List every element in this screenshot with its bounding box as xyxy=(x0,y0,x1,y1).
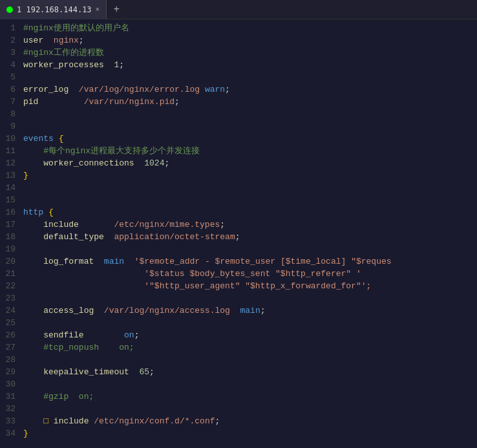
code-line: 20 log_format main '$remote_addr - $remo… xyxy=(0,255,477,268)
code-line: 23 xyxy=(0,292,477,304)
line-number: 34 xyxy=(0,427,23,440)
line-number: 32 xyxy=(0,403,23,415)
line-number: 25 xyxy=(0,317,23,329)
line-number: 33 xyxy=(0,415,23,427)
line-number: 22 xyxy=(0,280,23,292)
code-line: 3#nginx工作的进程数 xyxy=(0,47,477,59)
code-line: 32 xyxy=(0,403,477,415)
line-text: worker_processes 1; xyxy=(23,59,124,71)
line-number: 19 xyxy=(0,243,23,255)
new-tab-button[interactable]: + xyxy=(107,0,126,19)
code-line: 26 sendfile on; xyxy=(0,329,477,341)
code-line: 27 #tcp_nopush on; xyxy=(0,341,477,354)
line-text: #每个nginx进程最大支持多少个并发连接 xyxy=(23,145,200,157)
line-text: user nginx; xyxy=(23,34,84,47)
line-number: 29 xyxy=(0,366,23,378)
line-number: 26 xyxy=(0,329,23,341)
line-text: } xyxy=(23,427,28,440)
tab-active[interactable]: 1 192.168.144.13 × xyxy=(0,0,107,19)
line-text: #nginx使用的默认的用户名 xyxy=(23,22,129,34)
tab-label: 1 192.168.144.13 xyxy=(17,5,92,14)
code-line: 16http { xyxy=(0,206,477,219)
tab-close-button[interactable]: × xyxy=(96,6,100,14)
line-text: worker_connections 1024; xyxy=(23,157,169,169)
line-number: 13 xyxy=(0,169,23,182)
line-number: 24 xyxy=(0,304,23,317)
code-line: 2user nginx; xyxy=(0,34,477,47)
line-text: #nginx工作的进程数 xyxy=(23,47,104,59)
line-number: 6 xyxy=(0,83,23,96)
line-text: include /etc/nginx/mime.types; xyxy=(23,219,225,231)
line-number: 21 xyxy=(0,268,23,280)
line-number: 28 xyxy=(0,354,23,366)
code-line: 24 access_log /var/log/nginx/access.log … xyxy=(0,304,477,317)
code-line: 21 '$status $body_bytes_sent "$http_refe… xyxy=(0,268,477,280)
line-text: sendfile on; xyxy=(23,329,139,341)
code-line: 8 xyxy=(0,108,477,120)
line-number: 15 xyxy=(0,194,23,206)
line-number: 1 xyxy=(0,22,23,34)
line-number: 27 xyxy=(0,341,23,354)
line-text: □ include /etc/nginx/conf.d/*.conf; xyxy=(23,415,220,427)
code-line: 34} xyxy=(0,427,477,440)
line-text: #gzip on; xyxy=(23,390,94,403)
line-number: 20 xyxy=(0,255,23,268)
code-line: 6error_log /var/log/nginx/error.log warn… xyxy=(0,83,477,96)
line-text: log_format main '$remote_addr - $remote_… xyxy=(23,255,392,268)
line-number: 9 xyxy=(0,120,23,133)
code-line: 18 default_type application/octet-stream… xyxy=(0,231,477,243)
editor-area: 1#nginx使用的默认的用户名2user nginx;3#nginx工作的进程… xyxy=(0,19,477,448)
code-line: 7pid /var/run/nginx.pid; xyxy=(0,96,477,108)
line-number: 8 xyxy=(0,108,23,120)
line-number: 31 xyxy=(0,390,23,403)
line-text: pid /var/run/nginx.pid; xyxy=(23,96,180,108)
code-content: 1#nginx使用的默认的用户名2user nginx;3#nginx工作的进程… xyxy=(0,19,477,448)
line-number: 3 xyxy=(0,47,23,59)
line-number: 18 xyxy=(0,231,23,243)
code-line: 10events { xyxy=(0,133,477,145)
code-line: 33 □ include /etc/nginx/conf.d/*.conf; xyxy=(0,415,477,427)
code-line: 25 xyxy=(0,317,477,329)
code-line: 15 xyxy=(0,194,477,206)
tab-bar: 1 192.168.144.13 × + xyxy=(0,0,477,19)
line-number: 10 xyxy=(0,133,23,145)
line-number: 14 xyxy=(0,182,23,194)
line-text: '"$http_user_agent" "$http_x_forwarded_f… xyxy=(23,280,371,292)
line-number: 11 xyxy=(0,145,23,157)
line-number: 30 xyxy=(0,378,23,390)
code-line: 17 include /etc/nginx/mime.types; xyxy=(0,219,477,231)
line-text: http { xyxy=(23,206,54,219)
line-text: '$status $body_bytes_sent "$http_referer… xyxy=(23,268,361,280)
line-number: 16 xyxy=(0,206,23,219)
tab-status-dot xyxy=(6,6,13,13)
line-number: 2 xyxy=(0,34,23,47)
code-line: 12 worker_connections 1024; xyxy=(0,157,477,169)
code-line: 13} xyxy=(0,169,477,182)
code-line: 19 xyxy=(0,243,477,255)
line-text: } xyxy=(23,169,28,182)
code-line: 31 #gzip on; xyxy=(0,390,477,403)
line-number: 4 xyxy=(0,59,23,71)
line-text: events { xyxy=(23,133,63,145)
code-line: 28 xyxy=(0,354,477,366)
code-line: 30 xyxy=(0,378,477,390)
code-line: 4worker_processes 1; xyxy=(0,59,477,71)
line-number: 12 xyxy=(0,157,23,169)
code-line: 11 #每个nginx进程最大支持多少个并发连接 xyxy=(0,145,477,157)
line-text: access_log /var/log/nginx/access.log mai… xyxy=(23,304,266,317)
line-number: 7 xyxy=(0,96,23,108)
line-text: error_log /var/log/nginx/error.log warn; xyxy=(23,83,230,96)
line-text: #tcp_nopush on; xyxy=(23,341,134,354)
code-line: 22 '"$http_user_agent" "$http_x_forwarde… xyxy=(0,280,477,292)
code-line: 5 xyxy=(0,71,477,83)
code-line: 9 xyxy=(0,120,477,133)
code-line: 14 xyxy=(0,182,477,194)
code-line: 29 keepalive_timeout 65; xyxy=(0,366,477,378)
line-text: default_type application/octet-stream; xyxy=(23,231,240,243)
line-number: 23 xyxy=(0,292,23,304)
line-text: keepalive_timeout 65; xyxy=(23,366,154,378)
line-number: 5 xyxy=(0,71,23,83)
line-number: 17 xyxy=(0,219,23,231)
code-line: 1#nginx使用的默认的用户名 xyxy=(0,22,477,34)
